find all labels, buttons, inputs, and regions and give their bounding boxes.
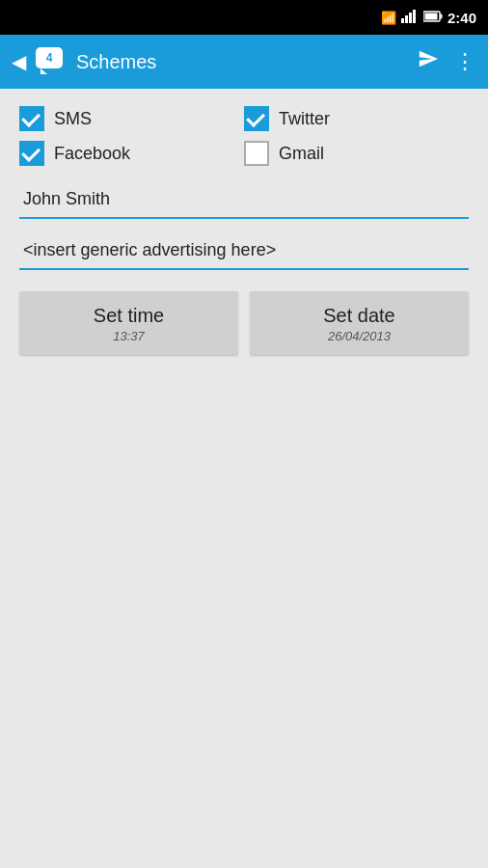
svg-rect-6 <box>424 13 437 19</box>
svg-rect-5 <box>440 14 442 18</box>
main-content: SMS Twitter Facebook Gmail Set time 13:3… <box>0 89 488 372</box>
checkbox-twitter-box[interactable] <box>244 106 269 131</box>
status-icons: 📶 2:40 <box>381 10 476 26</box>
checkbox-gmail-label: Gmail <box>279 144 324 164</box>
set-time-value: 13:37 <box>113 329 145 343</box>
set-time-label: Set time <box>94 305 164 327</box>
status-time: 2:40 <box>447 10 476 26</box>
set-date-button[interactable]: Set date 26/04/2013 <box>250 291 469 355</box>
set-time-button[interactable]: Set time 13:37 <box>19 291 238 355</box>
app-title: Schemes <box>76 51 408 73</box>
checkbox-grid: SMS Twitter Facebook Gmail <box>19 106 469 166</box>
svg-rect-0 <box>401 18 404 23</box>
checkbox-gmail[interactable]: Gmail <box>244 141 469 166</box>
battery-icon <box>423 11 443 25</box>
checkbox-twitter[interactable]: Twitter <box>244 106 469 131</box>
buttons-row: Set time 13:37 Set date 26/04/2013 <box>19 291 469 355</box>
set-date-value: 26/04/2013 <box>328 329 391 343</box>
signal-icon <box>401 10 419 26</box>
svg-rect-1 <box>405 15 408 23</box>
wifi-icon: 📶 <box>381 11 396 25</box>
checkbox-gmail-box[interactable] <box>244 141 269 166</box>
checkbox-facebook[interactable]: Facebook <box>19 141 244 166</box>
checkbox-sms[interactable]: SMS <box>19 106 244 131</box>
checkbox-facebook-box[interactable] <box>19 141 44 166</box>
checkbox-twitter-label: Twitter <box>279 109 330 129</box>
app-bar-actions: ⋮ <box>418 48 476 75</box>
message-input[interactable] <box>19 232 469 270</box>
set-date-label: Set date <box>323 305 395 327</box>
app-icon-wrapper: 4 <box>36 47 67 76</box>
checkbox-sms-label: SMS <box>54 109 92 129</box>
badge-count: 4 <box>46 51 53 65</box>
back-button[interactable]: ◀ <box>12 50 26 73</box>
checkbox-facebook-label: Facebook <box>54 144 130 164</box>
chat-bubble-icon: 4 <box>36 47 63 68</box>
svg-rect-3 <box>413 10 416 23</box>
name-input[interactable] <box>19 181 469 219</box>
send-button[interactable] <box>418 48 439 75</box>
more-options-button[interactable]: ⋮ <box>454 49 476 74</box>
svg-rect-2 <box>409 13 412 23</box>
checkbox-sms-box[interactable] <box>19 106 44 131</box>
app-bar: ◀ 4 Schemes ⋮ <box>0 35 488 89</box>
status-bar: 📶 2:40 <box>0 0 488 35</box>
